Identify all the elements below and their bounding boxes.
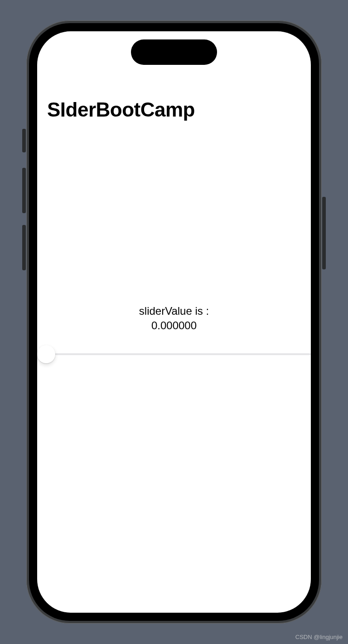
phone-silent-switch [22,129,26,152]
slider-thumb[interactable] [37,345,55,363]
slider-value-text: 0.000000 [37,318,311,333]
phone-volume-up [22,168,26,213]
slider[interactable] [37,345,311,363]
page-title: SIderBootCamp [47,98,301,121]
app-content: SIderBootCamp sliderValue is : 0.000000 [37,31,311,613]
phone-bezel: SIderBootCamp sliderValue is : 0.000000 [29,23,319,621]
phone-power-button [322,197,326,269]
dynamic-island [131,39,217,65]
main-area: sliderValue is : 0.000000 [37,304,311,363]
phone-frame: SIderBootCamp sliderValue is : 0.000000 [26,20,322,624]
phone-screen: SIderBootCamp sliderValue is : 0.000000 [37,31,311,613]
slider-track [44,353,311,355]
slider-label: sliderValue is : [37,304,311,318]
watermark: CSDN @lingjunjie [295,634,343,640]
phone-volume-down [22,225,26,270]
